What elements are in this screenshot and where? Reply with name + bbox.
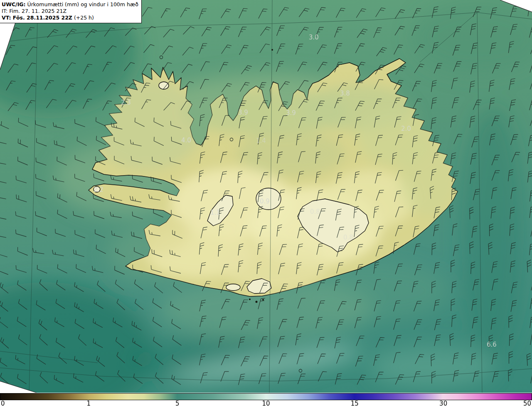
colorbar-tick: 0 — [1, 400, 5, 406]
contour-label: 6.6 — [487, 341, 497, 348]
colorbar-gradient — [0, 393, 532, 400]
valid-time: VT: Fös. 28.11.2025 22Z — [2, 15, 72, 21]
contour-label: 3.8 — [340, 90, 350, 97]
weather-map: 3.03.82.33.93.92.04.01.42.20.90.81.10.86… — [0, 0, 532, 393]
forecast-page: 3.03.82.33.93.92.04.01.42.20.90.81.10.86… — [0, 0, 532, 406]
product-code: UWC/IG: — [2, 1, 26, 7]
lead-time: (+25 h) — [72, 15, 94, 21]
contour-label: 2.2 — [94, 186, 103, 193]
contour-label: 1.4 — [256, 137, 266, 144]
glacier-drangajokull — [159, 82, 169, 89]
contour-label: 2.3 — [121, 99, 131, 106]
forecast-title-box: UWC/IG: Úrkomumætti (mm) og vindur i 100… — [0, 0, 142, 23]
contour-label: 0.8 — [310, 208, 320, 215]
map-graphics: 3.03.82.33.93.92.04.01.42.20.90.81.10.86… — [0, 0, 532, 393]
contour-label: 0.9 — [260, 198, 270, 205]
colorbar-tick: 1 — [87, 400, 91, 406]
calm-wind-circle — [160, 56, 163, 59]
contour-label: 0.8 — [343, 234, 353, 241]
contour-label: 3.9 — [238, 109, 248, 116]
valid-time-line: VT: Fös. 28.11.2025 22Z (+25 h) — [2, 15, 138, 21]
contour-label: 3.9 — [286, 109, 296, 117]
precipitation-colorbar: 01510153050 — [0, 393, 532, 406]
colorbar-tick: 30 — [439, 400, 447, 406]
contour-label: 4.0 — [181, 137, 191, 144]
colorbar-tick: 15 — [351, 400, 359, 406]
product-line: UWC/IG: Úrkomumætti (mm) og vindur i 100… — [2, 1, 138, 8]
glacier-eyjafjallajokull — [226, 284, 240, 291]
contour-label: 1.1 — [210, 209, 220, 216]
init-time-line: IT: Fim. 27. 11. 2025 21Z — [2, 8, 138, 15]
contour-label: 3.0 — [309, 34, 319, 41]
colorbar-tick: 50 — [523, 400, 531, 406]
contour-label: 2.0 — [401, 125, 411, 132]
colorbar-tick: 10 — [262, 400, 270, 406]
colorbar-tick: 5 — [175, 400, 180, 406]
product-description: Úrkomumætti (mm) og vindur i 100m hæð — [26, 1, 138, 7]
